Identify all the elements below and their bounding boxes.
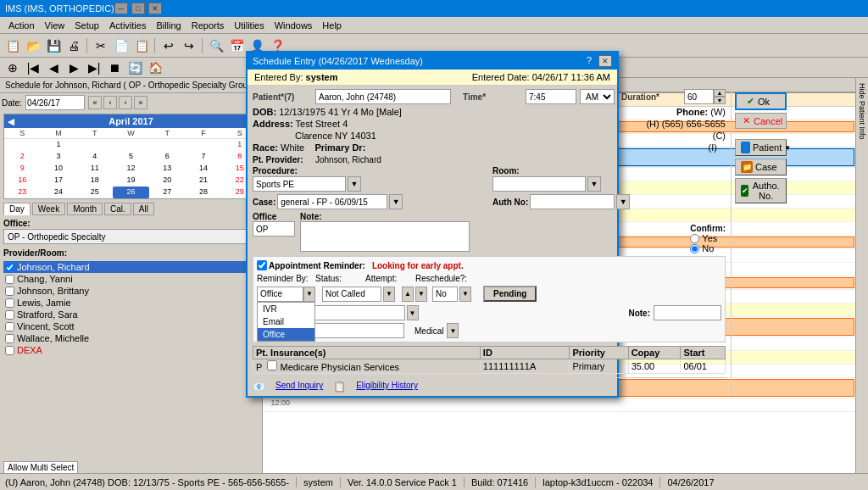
duration-up[interactable]: ▲ <box>714 89 726 97</box>
tab-month[interactable]: Month <box>67 203 103 215</box>
menu-help[interactable]: Help <box>317 19 347 32</box>
duration-input[interactable] <box>684 89 714 104</box>
status-input[interactable] <box>322 287 381 302</box>
cal-day[interactable]: 2 <box>4 151 41 163</box>
confirm-no-radio[interactable] <box>690 244 699 253</box>
reschedule-input[interactable] <box>432 287 458 302</box>
appt-reminder-checkbox[interactable] <box>257 260 267 270</box>
menu-utilities[interactable]: Utilities <box>229 19 269 32</box>
provider-cb-johnson-brittany[interactable] <box>5 287 14 296</box>
duration-down[interactable]: ▼ <box>714 97 726 104</box>
cancel-btn[interactable]: ✕ Cancel <box>735 113 787 129</box>
cal-day[interactable]: 23 <box>4 187 41 198</box>
autho-btn[interactable]: ✔ Autho. No. <box>735 178 787 203</box>
minimize-btn[interactable]: ─ <box>114 3 128 14</box>
tb-cut[interactable]: ✂ <box>92 36 110 55</box>
cal-day[interactable]: 11 <box>76 163 113 175</box>
cal-day-today[interactable]: 26 <box>113 187 149 198</box>
cal-day[interactable]: 16 <box>4 175 41 187</box>
tb2-home[interactable]: 🏠 <box>146 58 164 77</box>
menu-reports[interactable]: Reports <box>186 19 230 32</box>
reminder-by-input[interactable] <box>257 287 303 302</box>
insurance-input[interactable] <box>303 305 405 320</box>
provider-dexa[interactable]: DEXA <box>3 344 259 356</box>
provider-lewis[interactable]: Lewis, Jamie <box>3 297 259 309</box>
dd-email[interactable]: Email <box>258 315 314 328</box>
patient-btn[interactable]: 👤 Patient ▼ <box>735 139 787 156</box>
provider-johnson-richard[interactable]: Johnson, Richard <box>3 261 259 273</box>
provider-cb-wallace[interactable] <box>5 334 14 343</box>
menu-activities[interactable]: Activities <box>104 19 151 32</box>
case-btn[interactable]: 📁 Case <box>735 159 787 175</box>
cal-day[interactable]: 20 <box>149 175 186 187</box>
cal-day[interactable] <box>186 139 222 151</box>
tab-cal[interactable]: Cal. <box>104 203 131 215</box>
cal-day[interactable] <box>113 139 149 151</box>
menu-windows[interactable]: Windows <box>270 19 318 32</box>
dialog-help-label[interactable]: ? <box>587 55 592 67</box>
auth-no-dropdown[interactable]: ▼ <box>616 194 630 209</box>
cal-day[interactable]: 17 <box>41 175 77 187</box>
cal-day[interactable]: 10 <box>41 163 77 175</box>
attempt-up[interactable]: ▲ <box>402 287 414 302</box>
provider-cb-lewis[interactable] <box>5 298 14 308</box>
status-dropdown-btn[interactable]: ▼ <box>383 287 395 302</box>
tb2-last[interactable]: ▶| <box>85 58 103 77</box>
tb-new[interactable]: 📋 <box>3 36 22 55</box>
cal-day[interactable]: 24 <box>41 187 77 198</box>
cal-day[interactable]: 25 <box>76 187 113 198</box>
provider-cb-dexa[interactable] <box>5 346 14 355</box>
tb-find[interactable]: 🔍 <box>207 36 225 55</box>
menu-view[interactable]: View <box>40 19 70 32</box>
procedure-input[interactable] <box>253 176 346 192</box>
tb2-stop[interactable]: ⏹ <box>105 58 124 77</box>
tb-copy[interactable]: 📄 <box>112 36 131 55</box>
cal-day[interactable]: 12 <box>113 163 149 175</box>
cal-day[interactable]: 6 <box>149 151 186 163</box>
cal-day[interactable]: 28 <box>186 187 222 198</box>
tb2-prev[interactable]: ◀ <box>44 58 63 77</box>
provider-cb-stratford[interactable] <box>5 310 14 320</box>
cal-day[interactable] <box>149 139 186 151</box>
provider-cb-vincent[interactable] <box>5 322 14 331</box>
tb2-first[interactable]: |◀ <box>24 58 42 77</box>
tb-open[interactable]: 📂 <box>24 36 42 55</box>
tb-print[interactable]: 🖨 <box>64 36 83 55</box>
tab-day[interactable]: Day <box>3 203 31 215</box>
cal-day[interactable]: 7 <box>186 151 222 163</box>
auth-no-input[interactable] <box>530 194 615 209</box>
menu-billing[interactable]: Billing <box>151 19 186 32</box>
tb-save[interactable]: 💾 <box>44 36 63 55</box>
dialog-close[interactable]: ✕ <box>598 55 612 67</box>
office-input[interactable] <box>253 221 295 237</box>
cal-day[interactable]: 18 <box>76 175 113 187</box>
case-dropdown[interactable]: ▼ <box>389 194 403 209</box>
cal-day[interactable]: 21 <box>186 175 222 187</box>
tab-week[interactable]: Week <box>32 203 65 215</box>
tb2-refresh[interactable]: 🔄 <box>125 58 144 77</box>
close-btn[interactable]: ✕ <box>148 3 162 14</box>
send-inquiry-link[interactable]: Send Inquiry <box>275 381 323 393</box>
cal-day[interactable] <box>76 139 113 151</box>
date-prev[interactable]: ‹ <box>103 96 117 109</box>
dd-office[interactable]: Office <box>258 328 314 341</box>
room-dropdown[interactable]: ▼ <box>587 176 601 192</box>
restore-btn[interactable]: □ <box>131 3 145 14</box>
cal-day[interactable]: 9 <box>4 163 41 175</box>
provider-johnson-brittany[interactable]: Johnson, Brittany <box>3 285 259 297</box>
medical-dropdown-btn[interactable]: ▼ <box>447 323 459 338</box>
provider-stratford[interactable]: Stratford, Sara <box>3 309 259 320</box>
procedure-dropdown[interactable]: ▼ <box>348 176 361 192</box>
cal-day[interactable] <box>4 139 41 151</box>
tab-all[interactable]: All <box>133 203 154 215</box>
allow-multi-btn[interactable]: Allow Multi Select <box>3 461 78 474</box>
menu-action[interactable]: Action <box>3 19 40 32</box>
cal-day[interactable]: 14 <box>186 163 222 175</box>
ok-btn[interactable]: ✔ Ok <box>735 92 787 110</box>
room-input[interactable] <box>492 176 586 192</box>
tb-paste[interactable]: 📋 <box>132 36 151 55</box>
tb2-next[interactable]: ▶ <box>64 58 83 77</box>
cal-day[interactable]: 1 <box>41 139 77 151</box>
cal-day[interactable]: 4 <box>76 151 113 163</box>
cal-day[interactable]: 3 <box>41 151 77 163</box>
